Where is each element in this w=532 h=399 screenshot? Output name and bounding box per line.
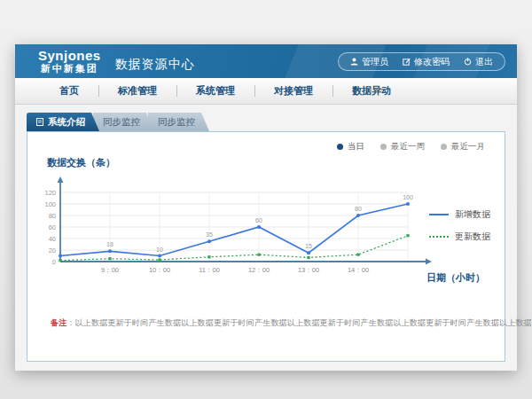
dotted-line-swatch xyxy=(429,236,449,238)
tab-sync-monitor-1[interactable]: 同步监控 xyxy=(93,113,154,131)
tab-system-intro[interactable]: 系统介绍 xyxy=(27,113,99,131)
svg-text:12：00: 12：00 xyxy=(248,266,270,274)
tab-bar: 系统介绍 同步监控 同步监控 xyxy=(27,113,203,131)
svg-text:15: 15 xyxy=(305,243,312,249)
svg-text:100: 100 xyxy=(403,194,413,200)
filter-today[interactable]: 当日 xyxy=(337,141,364,153)
svg-text:80: 80 xyxy=(49,212,56,220)
svg-text:0: 0 xyxy=(52,258,56,266)
app-header: Synjones 新中新集团 数据资源中心 管理员 修改密码 退出 xyxy=(15,44,517,78)
change-password-label: 修改密码 xyxy=(414,56,450,68)
content-panel: 当日 最近一周 最近一月 数据交换（条） 0204060801001209：00… xyxy=(27,131,505,362)
solid-line-swatch xyxy=(429,214,449,215)
user-pill: 管理员 修改密码 退出 xyxy=(338,52,505,71)
power-icon xyxy=(464,58,472,66)
x-axis-label: 日期（小时） xyxy=(426,271,485,285)
filter-label: 当日 xyxy=(348,141,364,153)
filter-last-week[interactable]: 最近一周 xyxy=(380,141,425,153)
user-name-label: 管理员 xyxy=(362,56,388,68)
brand-logo-cn: 新中新集团 xyxy=(38,63,101,74)
nav-item-home[interactable]: 首页 xyxy=(40,84,98,98)
svg-text:10: 10 xyxy=(156,246,163,253)
tab-sync-monitor-2[interactable]: 同步监控 xyxy=(148,113,209,131)
page-title: 数据资源中心 xyxy=(115,57,195,73)
legend-item-update-data: 更新数据 xyxy=(429,231,490,243)
radio-icon xyxy=(441,144,447,150)
radio-icon xyxy=(380,144,387,150)
chart-legend: 新增数据 更新数据 xyxy=(429,208,490,253)
brand-logo-en: Synjones xyxy=(38,49,101,64)
legend-item-new-data: 新增数据 xyxy=(429,208,490,221)
nav-item-data-change[interactable]: 数据异动 xyxy=(332,84,411,98)
svg-text:40: 40 xyxy=(49,235,56,243)
logout-label: 退出 xyxy=(475,56,493,68)
content-area: 系统介绍 同步监控 同步监控 当日 最近一周 xyxy=(15,105,517,371)
brand-logo: Synjones 新中新集团 xyxy=(38,49,101,74)
note-prefix: 备注 xyxy=(51,318,66,327)
nav-item-standard-mgmt[interactable]: 标准管理 xyxy=(98,84,176,98)
app-window: Synjones 新中新集团 数据资源中心 管理员 修改密码 退出 xyxy=(15,44,517,371)
svg-text:13：00: 13：00 xyxy=(298,266,319,274)
filter-label: 最近一月 xyxy=(451,141,485,153)
tab-label: 同步监控 xyxy=(103,116,140,129)
svg-text:18: 18 xyxy=(106,241,113,247)
svg-text:120: 120 xyxy=(44,189,56,197)
legend-label: 新增数据 xyxy=(455,208,490,221)
radio-selected-icon xyxy=(337,144,343,150)
svg-text:60: 60 xyxy=(255,217,262,223)
tab-label: 同步监控 xyxy=(158,116,195,129)
svg-text:9：00: 9：00 xyxy=(101,266,119,274)
nav-item-system-mgmt[interactable]: 系统管理 xyxy=(176,84,254,98)
svg-text:14：00: 14：00 xyxy=(348,266,369,274)
svg-text:20: 20 xyxy=(49,246,56,254)
svg-text:11：00: 11：00 xyxy=(199,266,220,274)
filter-last-month[interactable]: 最近一月 xyxy=(441,141,485,153)
document-icon xyxy=(36,117,43,128)
user-menu-admin[interactable]: 管理员 xyxy=(350,56,388,68)
edit-icon xyxy=(403,58,411,66)
svg-text:100: 100 xyxy=(44,200,56,208)
line-chart-container: 0204060801001209：0010：0011：0012：0013：001… xyxy=(38,173,439,285)
filter-label: 最近一周 xyxy=(391,141,425,153)
time-filter-group: 当日 最近一周 最近一月 xyxy=(337,141,485,153)
main-nav: 首页 标准管理 系统管理 对接管理 数据异动 xyxy=(15,78,517,105)
svg-text:60: 60 xyxy=(49,223,56,231)
nav-item-connection-mgmt[interactable]: 对接管理 xyxy=(254,84,332,98)
svg-text:10：00: 10：00 xyxy=(149,266,170,274)
legend-label: 更新数据 xyxy=(455,231,490,243)
change-password-button[interactable]: 修改密码 xyxy=(403,56,450,68)
tab-label: 系统介绍 xyxy=(48,116,85,129)
line-chart: 0204060801001209：0010：0011：0012：0013：001… xyxy=(38,173,439,281)
y-axis-label: 数据交换（条） xyxy=(47,156,115,169)
note-text: ：以上数据更新于时间产生数据以上数据更新于时间产生数据以上数据更新于时间产生数据… xyxy=(66,318,532,327)
footer-note: 备注：以上数据更新于时间产生数据以上数据更新于时间产生数据以上数据更新于时间产生… xyxy=(51,317,532,329)
svg-text:35: 35 xyxy=(206,231,213,238)
svg-text:80: 80 xyxy=(355,206,362,212)
logout-button[interactable]: 退出 xyxy=(464,56,493,68)
person-icon xyxy=(350,58,358,66)
